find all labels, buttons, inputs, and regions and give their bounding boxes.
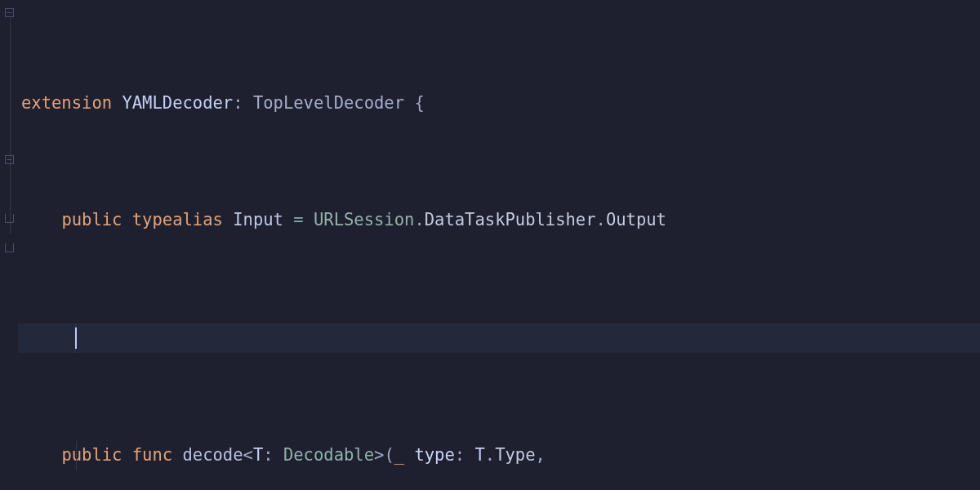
struct-end-icon bbox=[3, 242, 15, 253]
function-name: decode bbox=[183, 441, 243, 470]
punctuation: : bbox=[233, 89, 243, 118]
protocol-name: Decodable bbox=[283, 441, 374, 470]
keyword: public bbox=[61, 441, 122, 470]
keyword: func bbox=[132, 441, 172, 470]
punctuation: . bbox=[596, 206, 606, 235]
punctuation: : bbox=[455, 441, 465, 470]
type-name: URLSession bbox=[314, 206, 414, 235]
fold-toggle-icon[interactable] bbox=[3, 154, 15, 165]
punctuation: : bbox=[263, 441, 273, 470]
code-line[interactable]: public func decode<T: Decodable>(_ type:… bbox=[18, 441, 980, 470]
code-line[interactable]: extension YAMLDecoder: TopLevelDecoder { bbox=[18, 89, 980, 118]
punctuation: > bbox=[374, 441, 384, 470]
code-line-active[interactable] bbox=[18, 323, 980, 353]
param-label: type bbox=[414, 441, 454, 470]
punctuation: . bbox=[414, 206, 424, 235]
fold-guide-line bbox=[10, 18, 11, 234]
punctuation: < bbox=[243, 441, 253, 470]
type-name: Type bbox=[495, 441, 535, 470]
keyword: public bbox=[61, 206, 122, 235]
punctuation: { bbox=[414, 89, 424, 118]
struct-end-icon bbox=[3, 212, 15, 224]
code-line[interactable]: public typealias Input = URLSession.Data… bbox=[18, 206, 980, 235]
punctuation: . bbox=[485, 441, 495, 470]
indent-guide bbox=[76, 441, 77, 470]
wildcard: _ bbox=[394, 441, 404, 470]
keyword: extension bbox=[21, 89, 112, 118]
fold-toggle-icon[interactable] bbox=[3, 7, 15, 18]
text-cursor bbox=[75, 327, 77, 349]
operator: = bbox=[293, 206, 303, 235]
type-name: YAMLDecoder bbox=[122, 89, 233, 118]
keyword: typealias bbox=[132, 206, 223, 235]
gutter bbox=[0, 0, 18, 490]
code-area[interactable]: extension YAMLDecoder: TopLevelDecoder {… bbox=[18, 0, 980, 490]
type-name: T bbox=[474, 441, 484, 470]
type-name: Input bbox=[233, 206, 283, 235]
code-editor[interactable]: extension YAMLDecoder: TopLevelDecoder {… bbox=[0, 0, 980, 490]
type-name: TopLevelDecoder bbox=[253, 89, 404, 118]
punctuation: ( bbox=[384, 441, 394, 470]
type-name: DataTaskPublisher bbox=[425, 206, 596, 235]
type-name: Output bbox=[606, 206, 666, 235]
punctuation: , bbox=[536, 441, 546, 470]
generic-param: T bbox=[253, 441, 263, 470]
